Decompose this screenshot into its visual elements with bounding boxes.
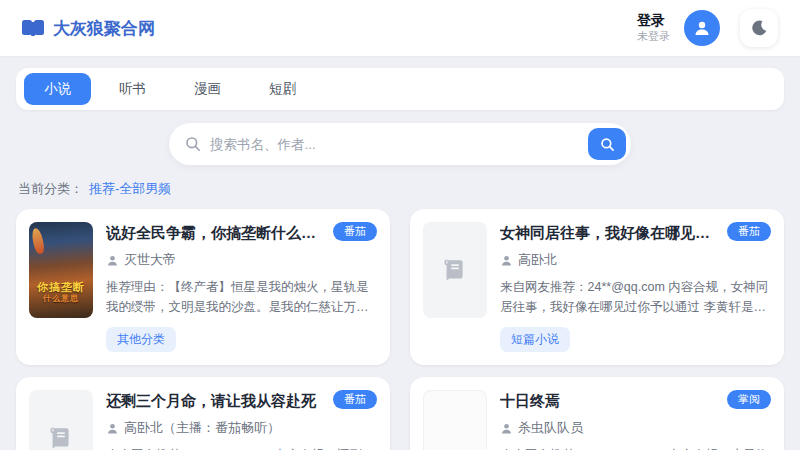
book-cover-placeholder[interactable] bbox=[423, 222, 487, 318]
author-name: 灭世大帝 bbox=[124, 251, 176, 269]
site-logo[interactable]: 大灰狼聚合网 bbox=[22, 17, 155, 40]
author-name: 高卧北（主播：番茄畅听） bbox=[124, 419, 280, 437]
source-badge: 番茄 bbox=[727, 222, 771, 241]
search-submit-icon bbox=[600, 137, 615, 152]
author-icon bbox=[500, 422, 513, 435]
book-description: 来自网友推荐：48**@qq.com 内容合规，十日终焉予以通过（不后宫，不套路… bbox=[500, 445, 771, 450]
source-badge: 番茄 bbox=[333, 222, 377, 241]
book-card[interactable]: 你搞垄断 什么意思 说好全民争霸，你搞垄断什么意思 番茄 灭世大帝 bbox=[16, 209, 390, 365]
book-description: 来自网友推荐：24**@qq.com 内容合规，女神同居往事，我好像在哪见过你予… bbox=[500, 277, 771, 317]
author-icon bbox=[106, 254, 119, 267]
author-name: 杀虫队队员 bbox=[518, 419, 583, 437]
source-badge: 番茄 bbox=[333, 390, 377, 409]
search-input[interactable] bbox=[210, 137, 588, 152]
category-link[interactable]: 推荐-全部男频 bbox=[89, 180, 171, 198]
login-status-text: 未登录 bbox=[637, 30, 670, 44]
book-title[interactable]: 还剩三个月命，请让我从容赴死 bbox=[106, 390, 323, 411]
search-bar bbox=[169, 123, 631, 165]
book-description: 来自网友推荐：24**@qq.com 内容合规，还剩三个月命，请让我从容赴死予以… bbox=[106, 445, 377, 450]
book-card[interactable]: 还剩三个月命，请让我从容赴死 番茄 高卧北（主播：番茄畅听） 来自网友推荐：24… bbox=[16, 377, 390, 450]
dark-mode-toggle[interactable] bbox=[740, 9, 778, 47]
user-avatar[interactable] bbox=[684, 10, 720, 46]
search-icon bbox=[185, 136, 201, 152]
current-category-row: 当前分类： 推荐-全部男频 bbox=[18, 180, 782, 198]
book-title[interactable]: 十日终焉 bbox=[500, 390, 717, 411]
author-icon bbox=[500, 254, 513, 267]
book-placeholder-icon bbox=[442, 257, 468, 283]
tab-short-drama[interactable]: 短剧 bbox=[249, 73, 316, 105]
category-tag[interactable]: 短篇小说 bbox=[500, 327, 570, 352]
book-card-grid: 你搞垄断 什么意思 说好全民争霸，你搞垄断什么意思 番茄 灭世大帝 bbox=[16, 209, 784, 450]
moon-icon bbox=[750, 19, 768, 37]
book-cover-image[interactable]: 你搞垄断 什么意思 bbox=[29, 222, 93, 318]
author-name: 高卧北 bbox=[518, 251, 557, 269]
tab-audiobook[interactable]: 听书 bbox=[99, 73, 166, 105]
search-row bbox=[16, 123, 784, 165]
user-icon bbox=[692, 18, 712, 38]
header: 大灰狼聚合网 登录 未登录 bbox=[0, 0, 800, 56]
author-icon bbox=[106, 422, 119, 435]
media-type-tabs: 小说 听书 漫画 短剧 bbox=[16, 68, 784, 110]
book-logo-icon bbox=[22, 19, 44, 37]
main-content: 小说 听书 漫画 短剧 当前分类： bbox=[0, 56, 800, 450]
tab-novel[interactable]: 小说 bbox=[24, 73, 91, 105]
cover-art-flame bbox=[30, 227, 45, 255]
book-title[interactable]: 说好全民争霸，你搞垄断什么意思 bbox=[106, 222, 323, 243]
site-title: 大灰狼聚合网 bbox=[53, 17, 155, 40]
book-card[interactable]: 十日终焉 掌阅 杀虫队队员 来自网友推荐：48**@qq.com 内容合规，十日… bbox=[410, 377, 784, 450]
book-cover-placeholder[interactable] bbox=[423, 390, 487, 450]
login-block[interactable]: 登录 未登录 bbox=[637, 12, 670, 43]
book-placeholder-icon bbox=[48, 425, 74, 450]
tab-comic[interactable]: 漫画 bbox=[174, 73, 241, 105]
book-cover-placeholder[interactable] bbox=[29, 390, 93, 450]
book-description: 推荐理由：【终产者】恒星是我的烛火，星轨是我的绶带，文明是我的沙盘。是我的仁慈让… bbox=[106, 277, 377, 317]
book-title[interactable]: 女神同居往事，我好像在哪见过你 bbox=[500, 222, 717, 243]
category-tag[interactable]: 其他分类 bbox=[106, 327, 176, 352]
cover-title-text: 你搞垄断 bbox=[37, 281, 85, 293]
cover-subtitle-text: 什么意思 bbox=[43, 295, 79, 304]
category-label: 当前分类： bbox=[18, 180, 83, 198]
login-button[interactable]: 登录 bbox=[637, 12, 670, 30]
book-card[interactable]: 女神同居往事，我好像在哪见过你 番茄 高卧北 来自网友推荐：24**@qq.co… bbox=[410, 209, 784, 365]
search-submit-button[interactable] bbox=[588, 128, 626, 160]
source-badge: 掌阅 bbox=[727, 390, 771, 409]
